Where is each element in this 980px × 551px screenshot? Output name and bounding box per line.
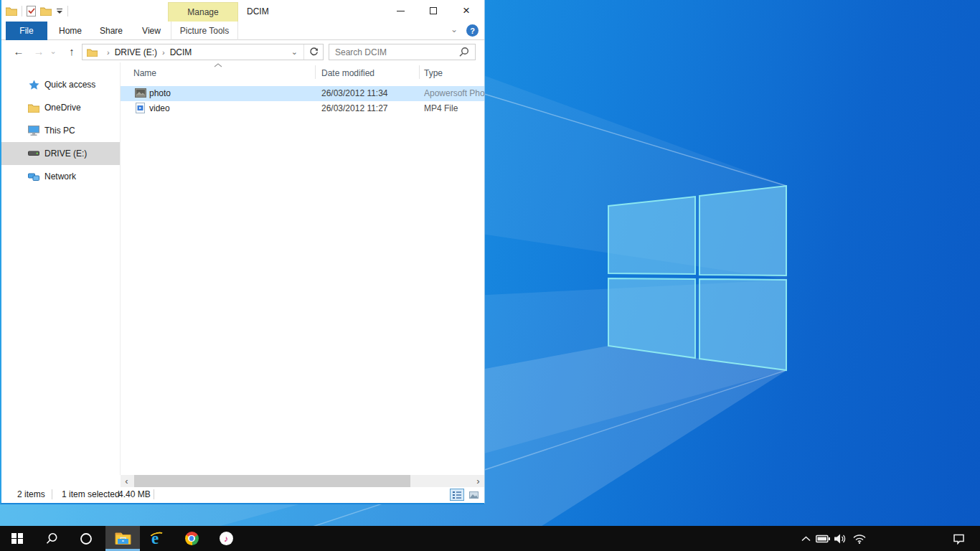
maximize-button[interactable]: [417, 0, 450, 22]
taskbar-internet-explorer-button[interactable]: e: [140, 526, 174, 551]
sidebar-item-this-pc[interactable]: This PC: [1, 119, 120, 142]
selection-count: 1 item selected: [62, 489, 120, 499]
new-folder-icon[interactable]: [40, 6, 52, 16]
file-explorer-icon: [115, 532, 131, 545]
help-icon[interactable]: ?: [466, 24, 479, 37]
quick-access-toolbar: [6, 0, 68, 22]
chrome-icon: [185, 532, 199, 545]
tab-picture-tools[interactable]: Picture Tools: [171, 22, 238, 40]
sidebar-item-drive-e[interactable]: DRIVE (E:): [1, 142, 120, 165]
address-dropdown-icon[interactable]: ⌄: [286, 47, 303, 57]
action-center-icon: [953, 533, 965, 545]
photo-thumbnail-icon: [135, 88, 146, 98]
selection-size: 4.40 MB: [118, 489, 151, 499]
file-type: Apowersoft Pho: [424, 88, 485, 98]
properties-icon[interactable]: [27, 6, 36, 17]
column-header-date[interactable]: Date modified: [321, 68, 374, 78]
sidebar-item-onedrive[interactable]: OneDrive: [1, 96, 120, 119]
sidebar-item-label: Quick access: [44, 80, 95, 90]
back-icon[interactable]: ←: [10, 40, 27, 62]
qat-separator: [67, 6, 68, 17]
speaker-icon: [834, 534, 847, 544]
tab-share[interactable]: Share: [93, 22, 129, 40]
file-type: MP4 File: [424, 103, 485, 113]
address-input[interactable]: › DRIVE (E:) › DCIM ⌄: [82, 44, 324, 60]
search-input[interactable]: Search DCIM: [329, 44, 476, 60]
expand-ribbon-icon[interactable]: ⌄: [451, 24, 458, 34]
search-icon[interactable]: [458, 47, 469, 57]
navigation-pane: Quick access OneDrive This PC: [1, 62, 121, 475]
close-button[interactable]: ×: [450, 0, 483, 22]
taskbar: e ♪: [0, 526, 980, 551]
search-icon: [45, 532, 58, 545]
window-folder-icon: [6, 6, 17, 16]
sidebar-item-network[interactable]: Network: [1, 165, 120, 188]
column-header-type[interactable]: Type: [424, 68, 443, 78]
quick-access-star-icon: [28, 79, 39, 90]
refresh-icon[interactable]: [304, 44, 323, 60]
column-headers: Name Date modified Type: [121, 62, 484, 84]
breadcrumb-dcim[interactable]: DCIM: [170, 47, 192, 57]
breadcrumb-drive[interactable]: DRIVE (E:): [115, 47, 157, 57]
search-placeholder: Search DCIM: [335, 47, 387, 57]
cortana-button[interactable]: [69, 526, 103, 551]
windows-logo-icon: [11, 533, 23, 545]
onedrive-folder-icon: [28, 102, 39, 113]
show-hidden-icons-button[interactable]: [798, 526, 814, 551]
qat-separator: [22, 6, 22, 17]
scroll-left-icon[interactable]: ‹: [121, 475, 133, 487]
file-date: 26/03/2012 11:27: [321, 103, 388, 113]
taskbar-chrome-button[interactable]: [174, 526, 209, 551]
tab-home[interactable]: Home: [53, 22, 88, 40]
ribbon-tab-bar: File Home Share View Picture Tools ⌄ ?: [1, 22, 484, 40]
forward-icon[interactable]: →: [30, 40, 47, 62]
column-separator[interactable]: [419, 65, 420, 79]
customize-qat-icon[interactable]: [56, 9, 63, 14]
file-row-video[interactable]: video 26/03/2012 11:27 MP4 File: [121, 101, 484, 116]
thumbnail-view-button[interactable]: [466, 489, 481, 501]
wifi-tray-icon[interactable]: [851, 526, 868, 551]
sidebar-item-label: OneDrive: [44, 103, 81, 113]
column-header-name[interactable]: Name: [133, 68, 156, 78]
chevron-up-icon: [801, 536, 811, 542]
file-name: photo: [149, 88, 171, 98]
wifi-icon: [853, 534, 866, 544]
sort-ascending-icon: [214, 63, 222, 67]
scrollbar-thumb[interactable]: [134, 475, 410, 487]
scroll-right-icon[interactable]: ›: [472, 475, 484, 487]
status-divider: [52, 489, 52, 499]
video-file-icon: [136, 103, 145, 113]
recent-locations-icon[interactable]: ⌄: [47, 40, 59, 62]
item-count: 2 items: [17, 489, 45, 499]
file-explorer-window: Manage DCIM × File Home Share View Pictu…: [0, 0, 485, 504]
sidebar-item-quick-access[interactable]: Quick access: [1, 73, 120, 96]
taskbar-search-button[interactable]: [34, 526, 69, 551]
file-row-photo[interactable]: photo 26/03/2012 11:34 Apowersoft Pho: [121, 86, 484, 101]
taskbar-file-explorer-button[interactable]: [105, 526, 140, 551]
tab-manage[interactable]: Manage: [168, 2, 238, 22]
explorer-main: Quick access OneDrive This PC: [1, 62, 484, 475]
cortana-circle-icon: [80, 532, 93, 545]
window-title: DCIM: [247, 6, 269, 17]
column-separator[interactable]: [315, 65, 316, 79]
file-list: Name Date modified Type photo 26/03/2012…: [121, 62, 484, 475]
tab-file[interactable]: File: [6, 22, 47, 40]
removable-drive-icon: [28, 148, 39, 159]
tab-view[interactable]: View: [135, 22, 168, 40]
file-name: video: [149, 103, 170, 113]
desktop: Manage DCIM × File Home Share View Pictu…: [0, 0, 980, 551]
up-icon[interactable]: ↑: [63, 40, 80, 62]
horizontal-scrollbar[interactable]: ‹ ›: [121, 475, 484, 487]
start-button[interactable]: [0, 526, 34, 551]
battery-tray-icon[interactable]: [814, 526, 831, 551]
action-center-button[interactable]: [946, 526, 971, 551]
address-folder-icon: [87, 48, 98, 57]
details-view-button[interactable]: [450, 489, 464, 501]
sidebar-item-label: DRIVE (E:): [44, 149, 87, 159]
volume-tray-icon[interactable]: [832, 526, 849, 551]
breadcrumb-separator: ›: [107, 48, 110, 57]
taskbar-itunes-button[interactable]: ♪: [209, 526, 243, 551]
itunes-icon: ♪: [220, 532, 233, 545]
minimize-button[interactable]: [384, 0, 417, 22]
battery-icon: [816, 534, 831, 544]
